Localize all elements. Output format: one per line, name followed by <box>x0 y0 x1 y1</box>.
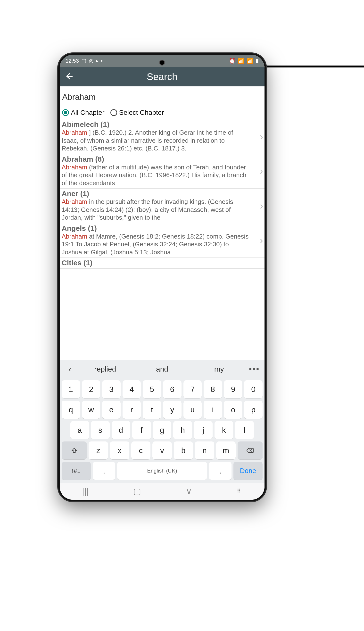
kb-sugg-more-icon[interactable]: ••• <box>248 364 261 374</box>
key-1[interactable]: 1 <box>62 380 80 398</box>
key-b[interactable]: b <box>174 442 193 460</box>
on-screen-keyboard: 1 2 3 4 5 6 7 8 9 0 q w e r t y u i o <box>60 378 264 483</box>
nav-recents-icon[interactable]: ||| <box>82 486 88 496</box>
keyboard-suggestion-bar: ‹ replied and my ••• <box>60 360 264 378</box>
chevron-right-icon: › <box>260 235 263 246</box>
kb-row-3: z x c v b n m <box>62 442 262 460</box>
key-space[interactable]: English (UK) <box>117 462 207 480</box>
key-period[interactable]: . <box>209 462 232 480</box>
key-d[interactable]: d <box>112 421 130 439</box>
result-title: Abimelech (1) <box>62 120 260 129</box>
nav-keyboard-toggle-icon[interactable]: ⠿ <box>237 488 242 494</box>
key-symbols[interactable]: !#1 <box>62 462 91 480</box>
kb-row-1: q w e r t y u i o p <box>62 401 262 419</box>
kb-row-numbers: 1 2 3 4 5 6 7 8 9 0 <box>62 380 262 398</box>
key-r[interactable]: r <box>122 401 141 419</box>
search-results: Abimelech (1) Abraham ] (B.C. 1920.) 2. … <box>60 120 264 360</box>
key-o[interactable]: o <box>224 401 242 419</box>
key-h[interactable]: h <box>173 421 192 439</box>
android-nav-bar: ||| ▢ ∨ ⠿ <box>60 483 264 500</box>
search-input[interactable] <box>62 91 262 104</box>
highlight-term: Abraham <box>62 164 87 171</box>
key-i[interactable]: i <box>204 401 222 419</box>
result-snippet: Abraham in the pursuit after the four in… <box>62 198 260 222</box>
kb-row-2: a s d f g h j k l <box>62 421 262 439</box>
result-title: Cities (1) <box>62 259 260 267</box>
camera-cutout <box>159 60 165 66</box>
image-icon: ▢ <box>81 58 86 64</box>
key-backspace[interactable] <box>238 442 262 460</box>
key-y[interactable]: y <box>163 401 182 419</box>
key-k[interactable]: k <box>214 421 233 439</box>
result-snippet: Abraham ] (B.C. 1920.) 2. Another king o… <box>62 129 260 152</box>
key-m[interactable]: m <box>216 442 236 460</box>
filter-radio-group: All Chapter Select Chapter <box>60 104 264 120</box>
nav-home-icon[interactable]: ▢ <box>133 486 141 496</box>
key-x[interactable]: x <box>110 442 129 460</box>
key-comma[interactable]: , <box>93 462 115 480</box>
result-item[interactable]: Abimelech (1) Abraham ] (B.C. 1920.) 2. … <box>60 120 264 154</box>
key-0[interactable]: 0 <box>244 380 262 398</box>
key-u[interactable]: u <box>184 401 202 419</box>
kb-row-bottom: !#1 , English (UK) . Done <box>62 462 262 480</box>
filter-select-label: Select Chapter <box>119 109 164 116</box>
phone-frame: 12:53 ▢ ◎ ▸ ⏰ 📶 📶 ▮ Search <box>58 54 266 501</box>
key-f[interactable]: f <box>132 421 151 439</box>
kb-suggestion[interactable]: and <box>134 365 191 373</box>
key-5[interactable]: 5 <box>143 380 161 398</box>
key-v[interactable]: v <box>152 442 172 460</box>
key-n[interactable]: n <box>195 442 214 460</box>
filter-select-chapter[interactable]: Select Chapter <box>110 109 164 116</box>
result-snippet: Abraham at Mamre, (Genesis 18:2; Genesis… <box>62 232 260 256</box>
key-e[interactable]: e <box>102 401 120 419</box>
whatsapp-icon: ◎ <box>89 58 94 64</box>
key-7[interactable]: 7 <box>184 380 202 398</box>
chevron-right-icon: › <box>260 131 263 142</box>
key-shift[interactable] <box>62 442 87 460</box>
key-4[interactable]: 4 <box>122 380 141 398</box>
nav-back-icon[interactable]: ∨ <box>186 486 192 496</box>
key-l[interactable]: l <box>235 421 254 439</box>
key-done[interactable]: Done <box>234 462 262 480</box>
key-s[interactable]: s <box>91 421 110 439</box>
result-title: Abraham (8) <box>62 155 260 163</box>
youtube-icon: ▸ <box>96 58 98 64</box>
highlight-term: Abraham <box>62 233 87 240</box>
screen: 12:53 ▢ ◎ ▸ ⏰ 📶 📶 ▮ Search <box>60 55 264 500</box>
back-button[interactable] <box>64 72 73 82</box>
key-j[interactable]: j <box>194 421 212 439</box>
result-item[interactable]: Aner (1) Abraham in the pursuit after th… <box>60 188 264 223</box>
more-notifications-icon <box>101 60 102 62</box>
chevron-right-icon: › <box>260 166 263 177</box>
chevron-right-icon: › <box>260 200 263 211</box>
key-t[interactable]: t <box>143 401 161 419</box>
filter-all-label: All Chapter <box>71 109 104 116</box>
key-6[interactable]: 6 <box>163 380 182 398</box>
key-z[interactable]: z <box>88 442 108 460</box>
key-8[interactable]: 8 <box>204 380 222 398</box>
result-title: Angels (1) <box>62 224 260 232</box>
filter-all-chapter[interactable]: All Chapter <box>62 109 104 116</box>
key-3[interactable]: 3 <box>102 380 120 398</box>
result-snippet: Abraham (father of a multitude) was the … <box>62 163 260 187</box>
key-w[interactable]: w <box>82 401 100 419</box>
result-item[interactable]: Cities (1) <box>60 258 264 269</box>
battery-icon: ▮ <box>256 58 259 64</box>
kb-suggestion[interactable]: my <box>190 365 248 373</box>
result-item[interactable]: Abraham (8) Abraham (father of a multitu… <box>60 154 264 189</box>
kb-sugg-back-icon[interactable]: ‹ <box>63 364 77 374</box>
key-9[interactable]: 9 <box>224 380 242 398</box>
key-2[interactable]: 2 <box>82 380 100 398</box>
key-p[interactable]: p <box>244 401 262 419</box>
key-a[interactable]: a <box>70 421 89 439</box>
kb-suggestion[interactable]: replied <box>77 365 134 373</box>
result-item[interactable]: Angels (1) Abraham at Mamre, (Genesis 18… <box>60 223 264 258</box>
key-q[interactable]: q <box>62 401 80 419</box>
status-time: 12:53 <box>66 58 79 64</box>
page-title: Search <box>73 71 251 82</box>
app-header: Search <box>60 67 264 86</box>
phone-cable <box>266 66 364 68</box>
key-g[interactable]: g <box>153 421 172 439</box>
key-c[interactable]: c <box>131 442 151 460</box>
highlight-term: Abraham <box>62 198 87 205</box>
